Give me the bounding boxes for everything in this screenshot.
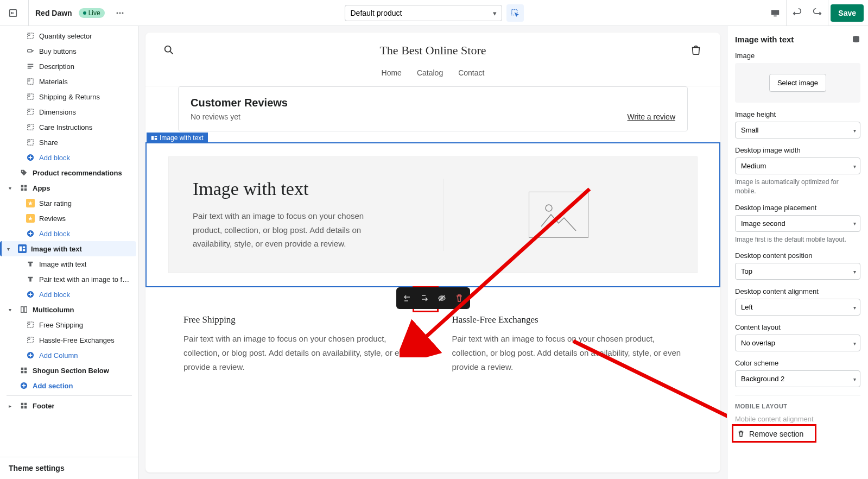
move-down-button[interactable]	[416, 289, 433, 307]
svg-point-18	[22, 171, 23, 172]
color-scheme-select[interactable]: Background 2	[735, 370, 860, 387]
store-title: The Best Online Store	[176, 43, 690, 58]
tree-item[interactable]: Dimensions	[2, 104, 136, 119]
svg-rect-21	[21, 188, 23, 191]
more-actions-button[interactable]	[111, 4, 129, 22]
svg-rect-7	[28, 33, 34, 39]
description-icon	[26, 62, 35, 71]
tree-item[interactable]: ★Reviews	[2, 211, 136, 226]
eye-off-icon	[438, 294, 446, 302]
tree-item[interactable]: Care Instructions	[2, 119, 136, 135]
tree-item[interactable]: Free Shipping	[2, 317, 136, 332]
move-up-button[interactable]	[398, 289, 416, 307]
nav-home[interactable]: Home	[382, 68, 402, 77]
preview-canvas: The Best Online Store Home Catalog Conta…	[139, 26, 727, 479]
select-image-button[interactable]: Select image	[769, 74, 826, 92]
star-icon: ★	[26, 199, 35, 207]
live-label: Live	[88, 9, 100, 17]
block-icon	[26, 92, 35, 101]
image-with-text-section[interactable]: Image with text Image with text Pair tex…	[145, 142, 720, 287]
exit-button[interactable]	[4, 4, 22, 22]
tree-item[interactable]: Add block	[2, 287, 136, 302]
caret-icon: ▾	[9, 307, 15, 313]
tree-item[interactable]: Add section	[2, 378, 136, 393]
svg-rect-43	[151, 136, 154, 140]
svg-rect-40	[21, 406, 23, 408]
desktop-image-placement-select[interactable]: Image second	[735, 215, 860, 232]
tree-label: Description	[39, 62, 74, 71]
tree-item[interactable]: ▾Apps	[2, 180, 136, 196]
image-text-body: Pair text with an image to focus on your…	[193, 209, 377, 251]
desktop-view-button[interactable]	[766, 4, 784, 22]
desktop-content-position-select[interactable]: Top	[735, 263, 860, 280]
template-select[interactable]: Default product	[345, 5, 502, 21]
tree-item[interactable]: Share	[2, 135, 136, 150]
svg-rect-8	[28, 49, 32, 52]
tree-item[interactable]: Add block	[2, 226, 136, 241]
nav-contact[interactable]: Contact	[458, 68, 484, 77]
tree-item[interactable]: Shogun Section Below	[2, 363, 136, 378]
tree-item[interactable]: Image with text	[2, 256, 136, 272]
undo-icon	[793, 8, 802, 18]
desktop-content-alignment-select[interactable]: Left	[735, 299, 860, 316]
svg-rect-41	[24, 406, 27, 408]
svg-rect-20	[24, 185, 27, 187]
delete-button[interactable]	[451, 289, 468, 307]
undo-button[interactable]	[789, 4, 806, 22]
tree-item[interactable]: Shipping & Returns	[2, 89, 136, 104]
store-nav: Home Catalog Contact	[145, 62, 720, 86]
add-icon	[26, 351, 35, 360]
cart-icon[interactable]	[690, 44, 703, 58]
block-icon	[26, 320, 35, 329]
dots-icon	[116, 9, 124, 17]
tree-label: Add Column	[39, 351, 78, 360]
section-icon	[18, 244, 27, 253]
add-icon	[26, 229, 35, 238]
content-layout-select[interactable]: No overlap	[735, 335, 860, 351]
tree-item[interactable]: Buy buttons	[2, 43, 136, 59]
tree-item[interactable]: Product recommendations	[2, 165, 136, 180]
svg-point-1	[116, 12, 118, 14]
tree-label: Image with text	[39, 260, 86, 268]
svg-rect-28	[21, 307, 23, 313]
image-height-select[interactable]: Small	[735, 122, 860, 138]
theme-settings-button[interactable]: Theme settings	[0, 457, 138, 479]
tree-item[interactable]: Description	[2, 59, 136, 74]
tree-item[interactable]: Quantity selector	[2, 28, 136, 43]
tree-item[interactable]: ▾Multicolumn	[2, 302, 136, 317]
move-up-icon	[403, 294, 411, 302]
tree-item[interactable]: ▾Image with text	[0, 241, 136, 256]
inspector-button[interactable]	[506, 4, 524, 22]
svg-point-3	[122, 12, 123, 14]
desktop-image-width-select[interactable]: Medium	[735, 157, 860, 174]
hide-button[interactable]	[433, 289, 451, 307]
image-placeholder-icon	[537, 198, 580, 231]
apps-icon	[20, 401, 28, 410]
svg-point-2	[119, 12, 121, 14]
redo-button[interactable]	[808, 4, 826, 22]
svg-rect-6	[774, 15, 777, 16]
move-down-icon	[420, 294, 429, 302]
tree-item[interactable]: Materials	[2, 74, 136, 89]
search-icon[interactable]	[163, 44, 176, 58]
svg-rect-31	[28, 337, 34, 343]
trash-icon	[455, 294, 464, 302]
write-review-link[interactable]: Write a review	[628, 112, 675, 121]
remove-section-button[interactable]: Remove section	[735, 426, 860, 442]
tree-item[interactable]: ★Star rating	[2, 196, 136, 211]
field-label: Desktop content position	[735, 251, 860, 260]
trash-icon	[737, 430, 745, 438]
save-button[interactable]: Save	[831, 4, 864, 22]
section-icon	[151, 135, 157, 141]
svg-point-46	[546, 205, 552, 211]
help-text: Image is automatically optimized for mob…	[735, 178, 860, 196]
database-icon[interactable]	[852, 35, 860, 44]
tree-item[interactable]: Pair text with an image to focu...	[2, 272, 136, 287]
tree-item[interactable]: Hassle-Free Exchanges	[2, 332, 136, 348]
tree-item-footer[interactable]: ▸Footer	[2, 398, 136, 413]
tree-item[interactable]: Add block	[2, 150, 136, 165]
nav-catalog[interactable]: Catalog	[417, 68, 443, 77]
tree-item[interactable]: Add Column	[2, 348, 136, 363]
reviews-title: Customer Reviews	[191, 97, 288, 109]
tree-label: Shipping & Returns	[39, 93, 100, 101]
